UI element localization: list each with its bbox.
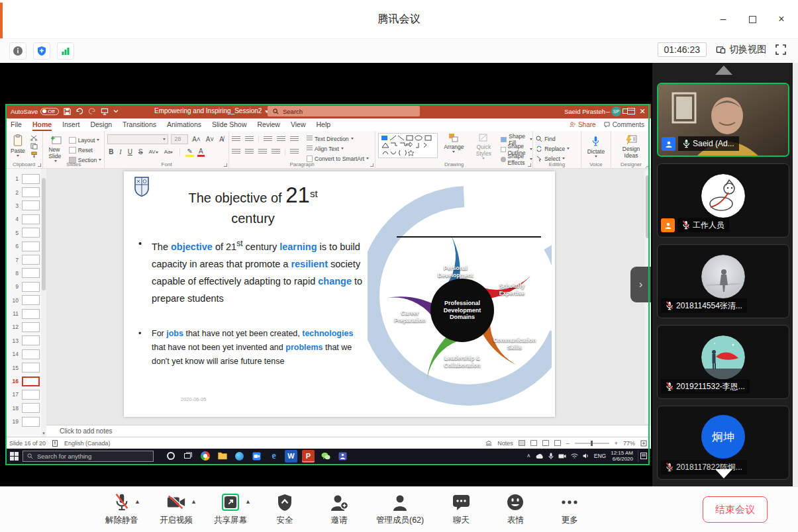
paste-button[interactable]: Paste <box>8 133 28 158</box>
accessibility-icon[interactable] <box>52 440 58 447</box>
italic-icon[interactable]: I <box>118 148 123 155</box>
shapes-gallery[interactable] <box>378 133 438 158</box>
format-painter-icon[interactable] <box>30 152 38 158</box>
notes-toggle-label[interactable]: Notes <box>497 440 513 447</box>
start-video-button[interactable]: ▲ 开启视频 <box>159 492 193 526</box>
action-center-icon[interactable] <box>638 450 648 462</box>
redo-icon[interactable] <box>88 108 96 115</box>
increase-indent-icon[interactable] <box>277 136 285 142</box>
align-right-icon[interactable] <box>258 149 267 155</box>
tray-expand-icon[interactable]: ˄ <box>527 453 530 459</box>
qat-customize-icon[interactable] <box>113 109 119 114</box>
slide-canvas[interactable]: The objective of 21st century The object… <box>124 171 555 417</box>
ppt-menu-tab[interactable]: Animations <box>162 118 207 131</box>
language-indicator[interactable]: ENG <box>594 453 606 459</box>
ppt-menu-tab[interactable]: Transitions <box>117 118 162 131</box>
end-meeting-button[interactable]: 结束会议 <box>703 496 768 523</box>
reactions-button[interactable]: 表情 <box>498 492 532 526</box>
decrease-font-icon[interactable]: A˅ <box>205 136 216 143</box>
design-ideas-button[interactable]: Design Ideas <box>614 135 648 159</box>
ppt-menu-tab[interactable]: View <box>285 118 311 131</box>
fullscreen-icon[interactable] <box>775 44 786 55</box>
line-spacing-icon[interactable] <box>290 136 299 142</box>
minimize-icon[interactable]: – <box>716 12 730 26</box>
char-spacing-icon[interactable]: AV <box>148 149 160 155</box>
start-button[interactable] <box>5 452 23 461</box>
strikethrough-icon[interactable]: S <box>137 148 144 155</box>
comments-button[interactable]: Comments <box>604 121 644 128</box>
share-button[interactable]: Share <box>570 121 596 128</box>
zoom-out-icon[interactable]: – <box>566 440 570 447</box>
cortana-icon[interactable] <box>164 450 177 463</box>
participants-scrollbar[interactable] <box>793 63 798 486</box>
fit-slide-icon[interactable] <box>640 440 647 447</box>
zoom-in-icon[interactable]: + <box>615 440 618 447</box>
ppt-menu-tab[interactable]: Home <box>27 118 57 131</box>
undo-icon[interactable] <box>75 108 83 115</box>
align-text-button[interactable]: Align Text <box>307 144 369 153</box>
security-button[interactable]: 安全 <box>268 492 302 526</box>
zoom-slider[interactable] <box>575 443 609 444</box>
numbering-icon[interactable] <box>245 136 254 142</box>
ppt-menu-tab[interactable]: Help <box>311 118 336 131</box>
reset-button[interactable]: Reset <box>69 146 101 154</box>
more-button[interactable]: 更多 <box>552 492 587 526</box>
file-explorer-icon[interactable] <box>216 450 228 463</box>
ppt-close-icon[interactable]: ✕ <box>634 104 651 118</box>
thumbnail-scrollbar[interactable] <box>41 169 46 437</box>
bold-icon[interactable]: B <box>107 148 115 155</box>
participants-scroll-up-icon[interactable] <box>715 66 732 75</box>
participant-tile[interactable]: 2019211532-李恩... <box>657 325 789 399</box>
copy-icon[interactable] <box>30 143 38 150</box>
new-slide-button[interactable]: New Slide <box>46 133 65 164</box>
font-color-icon[interactable]: A <box>197 148 205 157</box>
ppt-menu-tab[interactable]: Review <box>252 118 285 131</box>
ppt-menu-tab[interactable]: File <box>5 118 27 131</box>
justify-icon[interactable] <box>272 149 280 155</box>
meeting-info-icon[interactable] <box>9 42 26 60</box>
volume-icon[interactable] <box>583 453 589 459</box>
decrease-indent-icon[interactable] <box>264 136 272 142</box>
taskbar-search-input[interactable]: Search for anything <box>23 451 154 462</box>
cut-icon[interactable] <box>30 135 38 141</box>
notes-toggle-icon[interactable] <box>485 441 492 446</box>
word-icon[interactable]: W <box>285 450 297 463</box>
slideshow-icon[interactable] <box>101 108 109 115</box>
drawing-dialog-launcher[interactable] <box>528 163 531 167</box>
wechat-icon[interactable] <box>319 450 332 463</box>
columns-icon[interactable] <box>290 149 299 155</box>
ppt-search-box[interactable]: Search <box>268 106 420 116</box>
paragraph-dialog-launcher[interactable] <box>370 163 374 167</box>
security-shield-icon[interactable] <box>33 42 50 60</box>
maximize-icon[interactable] <box>745 12 760 26</box>
ppt-restore-icon[interactable] <box>617 104 634 118</box>
language-indicator[interactable]: English (Canada) <box>64 440 111 447</box>
chat-button[interactable]: 聊天 <box>444 492 478 526</box>
switch-view-button[interactable]: 切换视图 <box>716 44 766 56</box>
invite-button[interactable]: 邀请 <box>322 492 356 526</box>
quick-styles-button[interactable]: Quick Styles <box>470 133 497 159</box>
tray-mic-icon[interactable] <box>548 453 554 460</box>
onedrive-icon[interactable] <box>535 453 544 459</box>
highlight-color-icon[interactable]: ✎ <box>185 148 193 157</box>
normal-view-icon[interactable] <box>519 440 525 446</box>
change-case-icon[interactable]: Aa <box>163 149 175 155</box>
close-icon[interactable]: × <box>774 12 789 26</box>
internet-explorer-icon[interactable]: e <box>268 450 280 463</box>
mic-options-arrow[interactable]: ▲ <box>134 498 140 505</box>
autosave-toggle[interactable]: AutoSave Off <box>11 108 59 115</box>
participants-scroll-down-icon[interactable] <box>715 469 732 478</box>
share-screen-button[interactable]: ▲ 共享屏幕 <box>213 492 248 526</box>
slide-sorter-view-icon[interactable] <box>530 440 537 446</box>
increase-font-icon[interactable]: A˄ <box>191 136 202 143</box>
slide-thumbnail-panel[interactable]: 1 2 3 <box>5 169 46 437</box>
ppt-menu-tab[interactable]: Insert <box>57 118 85 131</box>
underline-icon[interactable]: U <box>126 148 134 155</box>
font-name-combobox[interactable] <box>107 134 168 144</box>
participant-tile[interactable]: Saeid (Ad... <box>657 83 789 157</box>
arrange-button[interactable]: Arrange <box>441 133 466 153</box>
font-size-combobox[interactable]: 28 <box>171 134 188 144</box>
thumbnail-scroll-down-icon[interactable]: ▼ <box>41 430 46 437</box>
align-center-icon[interactable] <box>245 149 254 155</box>
find-button[interactable]: Find <box>536 134 578 143</box>
